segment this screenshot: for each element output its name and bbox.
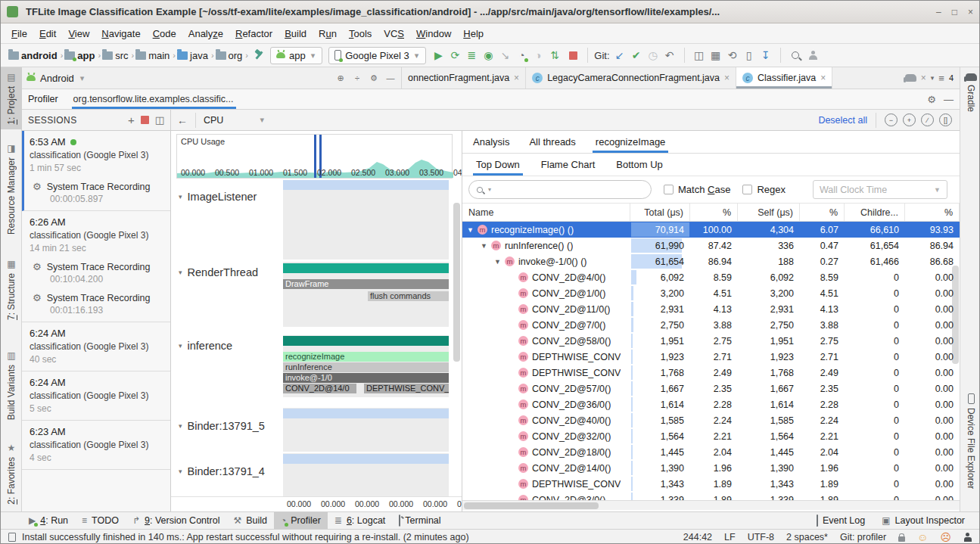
breadcrumb-app[interactable]: app [64,50,95,61]
toolwindow-profiler[interactable]: ◔Profiler [274,512,328,529]
close-tab-icon[interactable]: × [514,73,519,83]
zoom-in-icon[interactable]: + [903,113,916,126]
search-input[interactable]: ▾ [468,180,652,199]
thread-state-bar[interactable] [283,454,449,464]
sdk-manager-icon[interactable]: ↧ [758,47,774,64]
profiler-session-tab[interactable]: org.tensorflow.lite.examples.classific..… [72,90,241,109]
session-item[interactable]: 6:24 AMclassification (Google Pixel 3)40… [22,322,170,371]
search-everywhere-icon[interactable] [787,47,804,64]
column-header-childre[interactable]: Childre... [845,204,905,221]
table-row[interactable]: mCONV_2D@32/0()1,5642.211,5642.2100.00 [462,428,960,444]
happy-face-icon[interactable]: ☺ [917,531,928,543]
zoom-out-icon[interactable]: − [885,113,898,126]
thread-name[interactable]: ▾ImageListener [179,191,257,203]
git-branch[interactable]: Git: profiler [840,532,886,542]
sidebar-item-gradle[interactable]: Gradle [960,69,980,117]
table-row[interactable]: mCONV_2D@18/0()1,4452.041,4452.0400.00 [462,444,960,460]
trace-span-runinference[interactable]: runInference [283,362,449,372]
regex-checkbox[interactable]: Regex [742,184,786,195]
thread-state-bar[interactable] [283,263,449,273]
menu-refactor[interactable]: Refactor [229,26,278,42]
thread-name[interactable]: ▾Binder:13791_5 [179,420,265,432]
gradle-file-icon[interactable] [905,74,916,82]
trace-span-recognizeimage[interactable]: recognizeImage [283,352,449,362]
editor-tab-legacycameraconnectionfragment-java[interactable]: cLegacyCameraConnectionFragment.java× [526,67,736,89]
menu-edit[interactable]: Edit [33,26,62,42]
window-minimize-button[interactable]: – [936,7,941,17]
sidebar-item-1-project[interactable]: ▤1: Project [1,67,22,129]
deselect-all-link[interactable]: Deselect all [818,115,867,126]
breadcrumb-android[interactable]: android [8,50,58,61]
breadcrumb-main[interactable]: main [135,50,170,61]
close-icon[interactable]: × [921,73,926,83]
session-item[interactable]: 6:23 AMclassification (Google Pixel 3)4 … [22,421,170,470]
selection-start-line[interactable] [314,135,316,178]
menu-tools[interactable]: Tools [343,26,378,42]
sad-face-icon[interactable]: ☹ [940,531,951,543]
indent-setting[interactable]: 2 spaces* [786,532,828,542]
menu-navigate[interactable]: Navigate [95,26,146,42]
settings-icon[interactable]: ⚙ [368,72,380,84]
sidebar-item-build-variants[interactable]: ▥Build Variants [1,346,22,424]
sync-gradle-icon[interactable]: ⟲ [724,47,741,64]
menu-view[interactable]: View [62,26,95,42]
expand-arrow-icon[interactable]: ▼ [481,242,488,250]
toolwindow-build[interactable]: ⚒Build [226,512,274,529]
table-row[interactable]: mCONV_2D@11/0()2,9314.132,9314.1300.00 [462,301,960,317]
add-session-icon[interactable]: + [128,113,135,126]
trace-span-flush-commands[interactable]: flush commands [368,291,449,301]
project-view-select[interactable]: Android [40,73,74,84]
editor-tab-classifier-java[interactable]: cClassifier.java× [736,67,832,89]
stop-icon[interactable] [565,47,581,64]
tab-analysis[interactable]: Analysis [473,131,509,153]
thread-name[interactable]: ▾inference [179,340,232,352]
rollback-icon[interactable]: ↶ [661,47,678,64]
toolwindow-9-version-control[interactable]: ↱9: Version Control [126,512,226,529]
close-tab-icon[interactable]: × [820,73,826,83]
table-row[interactable]: mCONV_2D@1/0()3,2004.513,2004.5100.00 [462,285,960,301]
device-select[interactable]: Google Pixel 3 ▾ [328,47,426,64]
column-header-name[interactable]: Name [462,204,630,221]
subtab-bottom-up[interactable]: Bottom Up [616,154,662,176]
trace-recording-item[interactable]: ⚙System Trace Recording00:10:04.200 [30,261,164,284]
commit-icon[interactable]: ✔ [628,47,645,64]
session-item[interactable]: 6:53 AMclassification (Google Pixel 3)1 … [22,131,170,211]
history-icon[interactable]: ◷ [645,47,661,64]
profiler-hide-icon[interactable]: — [944,94,954,105]
profiler-label[interactable]: Profiler [28,94,58,104]
menu-analyze[interactable]: Analyze [182,26,229,42]
lock-icon[interactable] [898,536,905,542]
sidebar-item-2-favorites[interactable]: ★2: Favorites [1,438,22,509]
table-row[interactable]: mCONV_2D@14/0()1,3901.961,3901.9600.00 [462,460,960,476]
apply-code-changes-icon[interactable]: ≣ [463,47,480,64]
trace-span-depthwise-conv[interactable]: DEPTHWISE_CONV_... [364,384,449,393]
trace-span-conv-2d-14-0[interactable]: CONV_2D@14/0 [283,384,356,393]
toolwindow-todo[interactable]: ≡TODO [75,512,126,529]
step-over-icon[interactable]: ◑ [530,47,546,64]
toolwindow-layout-inspector[interactable]: ▣Layout Inspector [875,514,972,527]
table-row[interactable]: mDEPTHWISE_CONV1,3431.891,3431.8900.00 [462,476,960,492]
caret-position[interactable]: 244:42 [683,532,712,542]
toolwindow-4-run[interactable]: ▶4: Run [22,512,75,529]
breadcrumb-src[interactable]: src [102,50,128,61]
profiler-settings-icon[interactable]: ⚙ [927,94,936,105]
reset-zoom-icon[interactable]: ∕ [921,113,934,126]
thread-state-bar[interactable] [283,336,449,346]
trace-span-invoke-1-0[interactable]: invoke@-1/0 [283,373,449,383]
profile-restart-icon[interactable]: ⇅ [546,47,563,64]
menu-run[interactable]: Run [313,26,343,42]
timeline-scrollbar[interactable] [453,203,460,362]
table-row[interactable]: mCONV_2D@57/0()1,6672.351,6672.3500.00 [462,381,960,396]
sidebar-item-7-structure[interactable]: ▦7: Structure [1,254,22,325]
session-item[interactable]: 6:24 AMclassification (Google Pixel 3)5 … [22,371,170,421]
menu-vcs[interactable]: VCS [378,26,410,42]
toolwindow-6-logcat[interactable]: ≣6: Logcat [328,512,393,529]
trace-recording-item[interactable]: ⚙System Trace Recording00:00:05.897 [30,181,164,204]
table-row[interactable]: mCONV_2D@40/0()1,5852.241,5852.2400.00 [462,412,960,428]
locate-icon[interactable]: ⊕ [334,72,347,84]
encoding[interactable]: UTF-8 [748,532,774,542]
match-case-checkbox[interactable]: Match Case [664,184,730,195]
account-avatar[interactable] [805,47,822,64]
project-structure-icon[interactable]: ◫ [691,47,708,64]
stop-recording-icon[interactable] [141,116,149,124]
